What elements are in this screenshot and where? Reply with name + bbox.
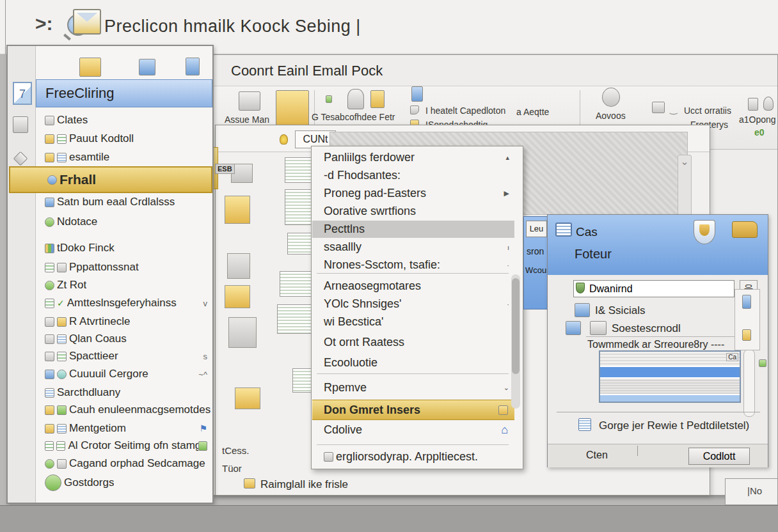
- ribbon-label-aovoos[interactable]: Aovoos: [596, 111, 626, 121]
- dialog-subtitle: Foteur: [575, 247, 612, 262]
- diamond-icon[interactable]: [13, 152, 28, 166]
- shortcut-icon[interactable]: [228, 317, 257, 348]
- menu-item-3[interactable]: Proneg pad-Easters▶: [312, 185, 514, 202]
- shortcut-icon[interactable]: [227, 253, 250, 279]
- cancel-button[interactable]: Codlott: [688, 448, 750, 465]
- sidebar-item-1[interactable]: Clates: [37, 111, 214, 129]
- bottom-band: [0, 505, 778, 532]
- sidebar-item-20[interactable]: Gostdorgs: [37, 470, 214, 496]
- menu-item-15[interactable]: Rpemve⌄: [312, 379, 514, 396]
- document-footer-label[interactable]: Raimglall ike frisle: [260, 478, 348, 491]
- phone-icon[interactable]: [411, 86, 423, 102]
- pointer-icon[interactable]: [13, 116, 28, 133]
- sidebar-item-label: Pppattonssnat: [69, 261, 139, 274]
- footer-divider: [637, 446, 638, 456]
- options-listbox[interactable]: Ca: [599, 350, 741, 403]
- list-row[interactable]: [600, 379, 740, 394]
- shortcut-icon[interactable]: [225, 196, 250, 224]
- spreadsheet-thumbnail[interactable]: [280, 271, 315, 297]
- big-folder-icon[interactable]: [276, 90, 309, 126]
- chevron-right-icon[interactable]: >:: [35, 13, 53, 35]
- sidebar-item-9[interactable]: Zt Rot: [37, 276, 214, 294]
- note-icon: [45, 424, 54, 434]
- corner-tab[interactable]: |No: [725, 478, 778, 505]
- menu-item-2[interactable]: -d Fhodsantes:: [312, 167, 514, 184]
- dialog-scrollbar[interactable]: [743, 349, 755, 417]
- sidebar-item-12[interactable]: Qlan Coaus: [37, 330, 214, 348]
- cup-icon[interactable]: [748, 98, 758, 111]
- menu-item-6[interactable]: ssaalllyı: [312, 239, 514, 256]
- sidebar-item-label: Clates: [57, 114, 88, 127]
- background-window-strip: Leu sron Wcoun: [523, 216, 549, 309]
- sidebar-item-2[interactable]: Pauut Kodtoll: [37, 130, 214, 148]
- account-name-input[interactable]: [573, 280, 734, 297]
- shortcut-icon[interactable]: [225, 285, 250, 308]
- sidebar-item-3[interactable]: esamtile: [37, 148, 214, 166]
- menu-item-16[interactable]: Don Gmret Insers: [312, 400, 514, 420]
- ribbon-label-capedloton[interactable]: I heatelt Capedloton: [425, 106, 505, 116]
- sidebar-header[interactable]: FreeCliring: [36, 79, 212, 107]
- sidebar-item-4[interactable]: Frhall: [9, 166, 212, 193]
- menu-item-10[interactable]: YOlc Shnsiges'·: [312, 295, 514, 313]
- note-icon: [45, 153, 54, 162]
- bell-icon[interactable]: [763, 97, 774, 111]
- sidebar-item-13[interactable]: Spacttieers: [37, 347, 214, 365]
- list-row[interactable]: [600, 352, 740, 366]
- menu-item-1[interactable]: Panliilgs ferdower▴: [312, 149, 514, 166]
- menu-item-4[interactable]: Oorative swrtfions: [312, 203, 514, 220]
- table-icon: [57, 134, 67, 144]
- ribbon-label-assue-man[interactable]: Assue Man: [225, 114, 269, 125]
- menu-scrollbar[interactable]: [511, 274, 520, 409]
- spreadsheet-thumbnail[interactable]: [277, 304, 315, 334]
- ribbon-label-ucct[interactable]: Ucct orratiis: [684, 106, 731, 116]
- list-row-selected[interactable]: [600, 367, 740, 377]
- password-label[interactable]: Soestescrnodl: [612, 322, 681, 335]
- sidebar-item-8[interactable]: Pppattonssnat: [37, 258, 214, 276]
- shortcut-icon[interactable]: [235, 387, 260, 409]
- mail-icon[interactable]: [73, 9, 101, 35]
- mail-small-icon: [244, 478, 255, 489]
- sidebar-item-15[interactable]: Sarcthdluany: [37, 384, 214, 402]
- sidebar-item-label: Zt Rot: [57, 279, 86, 292]
- menu-item-13[interactable]: Ecooluotie: [312, 354, 514, 372]
- sidebar-item-10[interactable]: ✓Amtteslnsgeferyhainssv: [37, 294, 214, 312]
- review-label[interactable]: Gorge jer Rewie t Pedtdiletstel): [599, 419, 749, 432]
- side-text-1: tCess.: [222, 445, 250, 456]
- lungs-icon[interactable]: [347, 89, 364, 109]
- menu-item-11[interactable]: wi Becstica': [312, 313, 514, 331]
- sidebar-item-7[interactable]: tDoko Finck: [37, 239, 214, 257]
- ribbon-label-a1opong[interactable]: a1Opong: [739, 114, 776, 125]
- list-row[interactable]: [600, 395, 740, 402]
- menu-item-12[interactable]: Ot ornt Raatess: [312, 334, 514, 351]
- footer-left-label[interactable]: Cten: [586, 450, 608, 461]
- checkbox-icon[interactable]: [652, 102, 665, 113]
- ribbon-label-aeqtte[interactable]: a Aeqtte: [516, 107, 549, 117]
- chevron-down-icon[interactable]: ⌄: [680, 156, 688, 167]
- menu-item-9[interactable]: Arneaosegmotares: [312, 278, 514, 295]
- spreadsheet-thumbnail[interactable]: [285, 157, 314, 183]
- jar-icon[interactable]: [370, 90, 385, 108]
- sidebar-item-6[interactable]: Ndotace: [37, 213, 214, 231]
- sidebar-item-17[interactable]: Mentgetiom⚑: [37, 419, 214, 437]
- mail-circle-icon: [47, 175, 57, 185]
- battery-icon: [742, 295, 751, 309]
- sidebar-item-11[interactable]: R Atvrtinecle: [37, 313, 214, 331]
- sidebar-item-14[interactable]: Cuuuuil Cergore~^: [37, 365, 214, 383]
- ribbon-label-tesabcofhdee[interactable]: G Tesabcofhdee Fetr: [312, 112, 395, 122]
- sidebar-item-18[interactable]: Al Crotor Seitimg ofn stamgs: [37, 437, 214, 455]
- person-icon[interactable]: [602, 88, 620, 107]
- satellite-icon[interactable]: [239, 91, 260, 111]
- table-icon: [56, 441, 65, 451]
- menu-item-right-glyph: ·: [507, 262, 509, 269]
- sidebar-item-5[interactable]: Satn bum eaal Crdlalsss: [37, 193, 214, 211]
- menu-item-7[interactable]: Nrones-Ssctom, tsafie:·: [312, 256, 514, 274]
- cart-icon: [139, 59, 155, 75]
- folder-icon: [45, 134, 54, 144]
- sidebar-item-16[interactable]: Cauh enuleenmacgsemotdes: [37, 401, 214, 419]
- menu-item-17[interactable]: Cdolive⌂: [312, 421, 514, 439]
- background-chip[interactable]: Leu: [526, 221, 547, 237]
- menu-item-19[interactable]: ergliorsodyrap. Arppltiecest.: [312, 448, 514, 465]
- folder-icon: [732, 221, 758, 238]
- socials-label[interactable]: I& Ssicials: [595, 304, 645, 317]
- menu-item-5[interactable]: Pecttlns: [312, 221, 514, 238]
